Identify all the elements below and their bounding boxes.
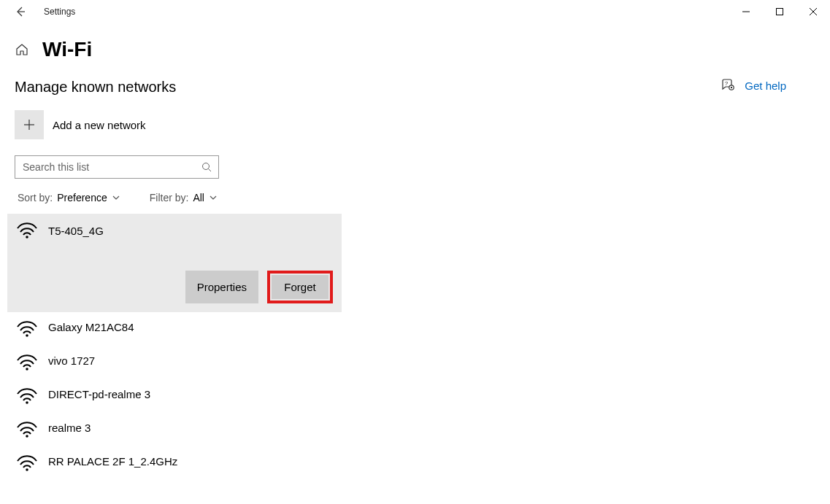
arrow-left-icon: [15, 6, 26, 18]
forget-highlight: Forget: [267, 271, 333, 303]
search-input[interactable]: [21, 160, 201, 174]
sort-label: Sort by:: [18, 192, 53, 203]
section-title: Manage known networks: [15, 79, 830, 96]
svg-point-13: [26, 236, 28, 239]
sort-value: Preference: [57, 192, 107, 203]
window-controls: [729, 0, 830, 23]
minimize-icon: [742, 8, 750, 15]
window-title: Settings: [44, 7, 75, 17]
help-label: Get help: [745, 80, 786, 92]
network-row: T5-405_4G: [16, 221, 104, 239]
svg-point-17: [26, 435, 28, 438]
chevron-down-icon: [209, 193, 218, 202]
wifi-icon: [16, 422, 38, 438]
plus-icon: [23, 119, 35, 131]
network-name: T5-405_4G: [48, 223, 104, 237]
svg-rect-2: [777, 9, 783, 15]
network-item[interactable]: vivo 1727: [7, 346, 342, 379]
svg-point-11: [203, 163, 210, 170]
chevron-down-icon: [112, 193, 120, 202]
filter-by-dropdown[interactable]: Filter by: All: [150, 192, 218, 203]
network-item[interactable]: Galaxy M21AC84: [7, 312, 342, 346]
maximize-button[interactable]: [763, 0, 796, 23]
wifi-icon: [16, 222, 38, 239]
add-network-button[interactable]: Add a new network: [15, 110, 830, 139]
svg-text:?: ?: [725, 80, 729, 87]
network-actions: Properties Forget: [185, 271, 333, 303]
network-item[interactable]: DIRECT-pd-realme 3: [7, 379, 342, 413]
filter-value: All: [193, 192, 204, 203]
search-box[interactable]: [15, 155, 219, 179]
titlebar: Settings: [0, 0, 830, 23]
filters-row: Sort by: Preference Filter by: All: [15, 192, 830, 203]
properties-button[interactable]: Properties: [185, 271, 258, 303]
svg-point-14: [26, 334, 28, 337]
svg-point-15: [26, 368, 28, 371]
maximize-icon: [776, 8, 783, 15]
add-network-label: Add a new network: [53, 119, 146, 131]
network-item[interactable]: realme 3: [7, 413, 342, 446]
search-icon: [201, 161, 212, 173]
filter-label: Filter by:: [150, 192, 189, 203]
network-list: T5-405_4G Properties Forget Galaxy M21AC…: [7, 214, 342, 480]
network-name: Galaxy M21AC84: [48, 319, 134, 333]
svg-point-18: [26, 468, 28, 471]
plus-icon-box: [15, 110, 44, 139]
wifi-icon: [16, 455, 38, 471]
get-help-link[interactable]: ? Get help: [721, 79, 786, 92]
help-icon: ?: [721, 79, 734, 92]
back-button[interactable]: [13, 4, 28, 19]
network-name: RR PALACE 2F 1_2.4GHz: [48, 454, 177, 468]
wifi-icon: [16, 354, 38, 371]
network-name: vivo 1727: [48, 353, 95, 367]
forget-button[interactable]: Forget: [272, 275, 328, 299]
svg-point-16: [26, 401, 28, 404]
content: Wi-Fi ? Get help Manage known networks A…: [0, 23, 830, 480]
network-item[interactable]: RR PALACE 2F 1_2.4GHz: [7, 446, 342, 480]
wifi-icon: [16, 321, 38, 337]
network-name: DIRECT-pd-realme 3: [48, 387, 150, 400]
sort-by-dropdown[interactable]: Sort by: Preference: [18, 192, 120, 203]
page-title: Wi-Fi: [42, 38, 92, 61]
page-header: Wi-Fi: [15, 38, 830, 61]
network-name: realme 3: [48, 420, 91, 434]
svg-line-12: [209, 169, 212, 172]
home-button[interactable]: [15, 42, 29, 57]
home-icon: [15, 42, 29, 57]
manage-networks-section: ? Get help Manage known networks Add a n…: [15, 79, 830, 480]
network-item-selected[interactable]: T5-405_4G Properties Forget: [7, 214, 342, 312]
close-icon: [810, 8, 817, 15]
minimize-button[interactable]: [729, 0, 763, 23]
close-button[interactable]: [796, 0, 830, 23]
wifi-icon: [16, 388, 38, 404]
